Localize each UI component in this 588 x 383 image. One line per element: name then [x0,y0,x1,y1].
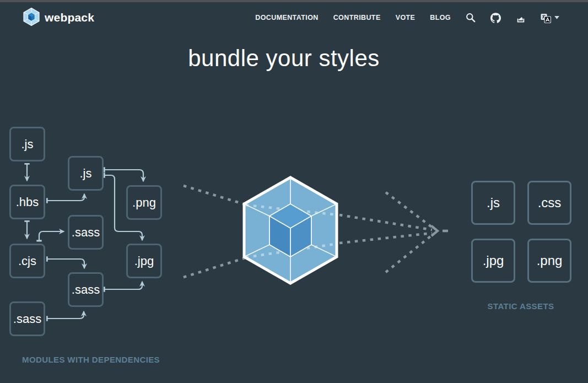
webpack-cube-graphic [244,177,338,283]
asset-box-js: .js [471,181,515,225]
asset-box-png: .png [527,239,571,283]
module-box-label: .hbs [16,195,39,209]
module-box-sass-2: .sass [68,272,104,307]
stackoverflow-icon[interactable] [516,13,526,23]
asset-box-label: .js [487,195,500,211]
search-icon[interactable] [466,13,476,23]
module-box-label: .sass [72,225,100,240]
module-box-png: .png [126,185,162,220]
nav-menu: DOCUMENTATION CONTRIBUTE VOTE BLOG [255,13,559,23]
webpack-logo[interactable]: webpack [23,8,94,28]
module-box-cjs: .cjs [9,244,45,278]
module-box-label: .png [132,196,156,210]
caret-down-icon [554,16,559,20]
modules-section-label: MODULES WITH DEPENDENCIES [22,355,160,364]
nav-link-documentation[interactable]: DOCUMENTATION [255,14,318,21]
page-title: bundle your styles [0,45,568,72]
asset-box-jpg: .jpg [471,239,515,283]
asset-box-css: .css [527,181,571,225]
webpack-cube-icon [23,8,40,28]
language-selector[interactable] [541,13,559,23]
module-box-sass-1: .sass [68,215,104,250]
module-box-label: .sass [72,283,100,297]
module-box-label: .cjs [18,254,36,268]
asset-box-label: .css [538,195,562,211]
module-box-hbs: .hbs [9,185,45,219]
module-box-sass-3: .sass [9,301,45,336]
module-box-jpg: .jpg [126,244,162,278]
nav-link-vote[interactable]: VOTE [396,14,416,21]
brand-name: webpack [45,11,94,24]
asset-box-label: .jpg [483,253,504,268]
assets-section-label: STATIC ASSETS [466,301,576,311]
navbar: webpack DOCUMENTATION CONTRIBUTE VOTE BL… [0,2,588,33]
webpack-homepage: webpack DOCUMENTATION CONTRIBUTE VOTE BL… [0,0,588,383]
nav-link-blog[interactable]: BLOG [430,14,451,21]
module-box-label: .jpg [134,254,154,268]
asset-box-label: .png [537,253,563,268]
module-box-js-2: .js [68,156,104,191]
github-icon[interactable] [490,13,501,23]
nav-link-contribute[interactable]: CONTRIBUTE [333,14,381,21]
translate-icon [541,13,551,23]
module-box-label: .js [80,166,92,181]
module-box-label: .js [21,137,34,152]
module-box-label: .sass [13,312,41,326]
module-box-js-1: .js [9,127,45,161]
